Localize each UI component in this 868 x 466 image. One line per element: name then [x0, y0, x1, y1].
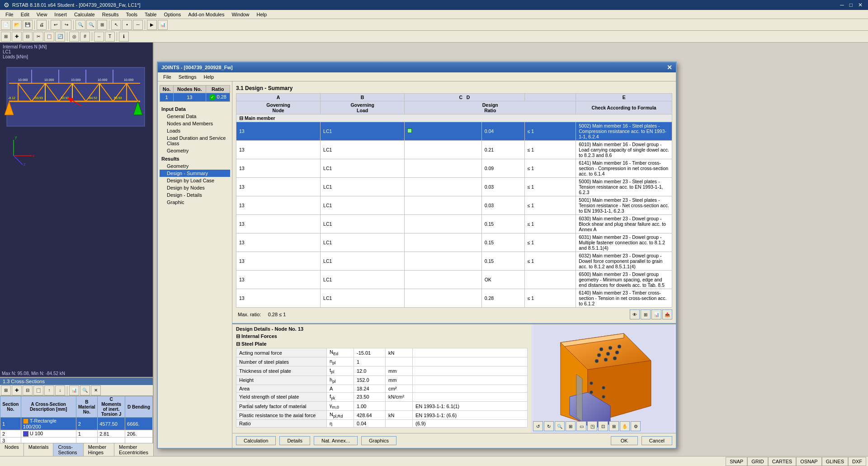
- cs-btn2[interactable]: ✚: [12, 385, 22, 395]
- cs-btn8[interactable]: 🔍: [80, 385, 90, 395]
- tb-save[interactable]: 💾: [23, 20, 33, 30]
- table-row-1[interactable]: 13 LC1 0.04 ≤ 1 5002) Main member 16 - S…: [236, 122, 672, 141]
- img-fit[interactable]: ⊞: [566, 421, 576, 431]
- graphics-btn[interactable]: Graphics: [361, 436, 396, 445]
- cs-btn7[interactable]: 📊: [69, 385, 79, 395]
- cs-row-1[interactable]: 1 T-Rectangle 100/200 2 4577.50 6666.: [0, 418, 153, 430]
- menu-table[interactable]: Table: [141, 11, 160, 18]
- tb-results[interactable]: 📊: [158, 20, 168, 30]
- menu-file[interactable]: File: [2, 11, 17, 18]
- tb-open[interactable]: 📂: [12, 20, 22, 30]
- tb2-info[interactable]: ℹ: [119, 32, 129, 42]
- table-row-6[interactable]: 13 LC1 0.15 ≤ 1 6030) Main member 23 - D…: [236, 215, 672, 233]
- tb-redo[interactable]: ↪: [61, 20, 71, 30]
- status-glines[interactable]: GLINES: [822, 457, 848, 466]
- tb-select[interactable]: ↖: [111, 20, 121, 30]
- status-dxf[interactable]: DXF: [848, 457, 866, 466]
- nav-geometry-result[interactable]: Geometry: [160, 162, 230, 170]
- tb-member[interactable]: ─: [133, 20, 143, 30]
- nav-general-data[interactable]: General Data: [160, 113, 230, 120]
- tb2-5[interactable]: 📋: [44, 32, 54, 42]
- tb-calc[interactable]: ▶: [147, 20, 157, 30]
- cs-row-2[interactable]: 2 U 100 1 2.81 206.: [0, 430, 153, 437]
- cs-btn1[interactable]: ⊞: [1, 385, 11, 395]
- tab-materials[interactable]: Materials: [24, 443, 54, 456]
- tb2-dim[interactable]: ↔: [94, 32, 104, 42]
- view-btn[interactable]: 👁: [630, 309, 640, 319]
- export-btn[interactable]: 📤: [662, 309, 672, 319]
- filter-btn[interactable]: ⊞: [641, 309, 651, 319]
- details-btn[interactable]: Details: [279, 436, 310, 445]
- img-zoom-in[interactable]: 🔍: [555, 421, 565, 431]
- img-view4[interactable]: ⊞: [609, 421, 619, 431]
- img-view2[interactable]: ◳: [587, 421, 597, 431]
- img-view1[interactable]: ▭: [576, 421, 586, 431]
- tb2-4[interactable]: ✂: [33, 32, 43, 42]
- table-row-7[interactable]: 13 LC1 0.15 ≤ 1 6031) Main member 23 - D…: [236, 233, 672, 252]
- tb-undo[interactable]: ↩: [51, 20, 61, 30]
- tb-print[interactable]: 🖨: [37, 20, 47, 30]
- menu-help[interactable]: Help: [253, 11, 271, 18]
- minimize-btn[interactable]: ─: [838, 2, 846, 8]
- tab-nodes[interactable]: Nodes: [0, 443, 24, 456]
- tb-zoom-out[interactable]: 🔍: [86, 20, 96, 30]
- nav-load-duration[interactable]: Load Duration and Service Class: [160, 134, 230, 147]
- cancel-btn[interactable]: Cancel: [642, 436, 672, 445]
- calculation-btn[interactable]: Calculation: [236, 436, 276, 445]
- tb2-grid[interactable]: #: [80, 32, 90, 42]
- cs-btn4[interactable]: 📋: [33, 385, 43, 395]
- img-rotate-left[interactable]: ↺: [533, 421, 543, 431]
- nav-design-load-case[interactable]: Design by Load Case: [160, 177, 230, 184]
- tb-node[interactable]: •: [122, 20, 132, 30]
- table-row-8[interactable]: 13 LC1 0.15 ≤ 1 6032) Main member 23 - D…: [236, 252, 672, 271]
- menu-insert[interactable]: Insert: [51, 11, 71, 18]
- tb-new[interactable]: 📄: [1, 20, 11, 30]
- nav-design-summary[interactable]: Design - Summary: [160, 170, 230, 177]
- tab-member-hinges[interactable]: Member Hinges: [84, 443, 114, 456]
- menu-calculate[interactable]: Calculate: [71, 11, 99, 18]
- menu-tools[interactable]: Tools: [122, 11, 141, 18]
- menu-window[interactable]: Window: [228, 11, 253, 18]
- img-rotate-right[interactable]: ↻: [544, 421, 554, 431]
- title-bar-controls[interactable]: ─ □ ✕: [838, 2, 864, 8]
- nat-annex-btn[interactable]: Nat. Annex...: [314, 436, 358, 445]
- status-grid[interactable]: GRID: [747, 457, 768, 466]
- table-row-3[interactable]: 13 LC1 0.09 ≤ 1 6141) Main member 16 - T…: [236, 159, 672, 178]
- menu-addon[interactable]: Add-on Modules: [184, 11, 228, 18]
- nav-design-nodes[interactable]: Design by Nodes: [160, 184, 230, 191]
- tb-fit[interactable]: ⊞: [97, 20, 107, 30]
- cs-btn6[interactable]: ↓: [55, 385, 65, 395]
- nav-design-details[interactable]: Design - Details: [160, 191, 230, 199]
- table-row-5[interactable]: 13 LC1 0.03 ≤ 1 5001) Main member 23 - S…: [236, 196, 672, 215]
- nav-graphic[interactable]: Graphic: [160, 199, 230, 206]
- status-cartes[interactable]: CARTES: [768, 457, 796, 466]
- img-settings[interactable]: ⚙: [631, 421, 641, 431]
- status-snap[interactable]: SNAP: [726, 457, 747, 466]
- cs-btn9[interactable]: ✕: [91, 385, 101, 395]
- tb2-text[interactable]: T: [105, 32, 115, 42]
- tab-cross-sections[interactable]: Cross-Sections: [53, 443, 83, 456]
- tb2-2[interactable]: ✚: [12, 32, 22, 42]
- nav-geometry-input[interactable]: Geometry: [160, 147, 230, 154]
- img-view3[interactable]: ⊡: [598, 421, 608, 431]
- cs-btn3[interactable]: ⊟: [23, 385, 33, 395]
- cs-btn5[interactable]: ↑: [44, 385, 54, 395]
- table-row-2[interactable]: 13 LC1 0.21 ≤ 1 6010) Main member 16 - D…: [236, 141, 672, 159]
- export-excel-btn[interactable]: 📊: [651, 309, 661, 319]
- dlg-menu-settings[interactable]: Settings: [175, 73, 200, 81]
- table-row-9[interactable]: 13 LC1 OK 6500) Main member 23 - Dowel g…: [236, 271, 672, 289]
- tb-zoom-in[interactable]: 🔍: [75, 20, 85, 30]
- menu-options[interactable]: Options: [160, 11, 184, 18]
- ok-btn[interactable]: OK: [611, 436, 638, 445]
- dialog-close-btn[interactable]: ✕: [667, 64, 672, 71]
- img-pan[interactable]: ✋: [620, 421, 630, 431]
- tb2-snap[interactable]: ◎: [69, 32, 79, 42]
- tb2-6[interactable]: 🔄: [55, 32, 65, 42]
- dlg-menu-file[interactable]: File: [160, 73, 175, 81]
- tab-member-eccentricities[interactable]: Member Eccentricities: [114, 443, 154, 456]
- table-row-10[interactable]: 13 LC1 0.28 ≤ 1 6140) Main member 23 - T…: [236, 289, 672, 308]
- tb2-3[interactable]: ⊟: [23, 32, 33, 42]
- tb2-1[interactable]: ⊞: [1, 32, 11, 42]
- menu-results[interactable]: Results: [99, 11, 123, 18]
- close-btn[interactable]: ✕: [856, 2, 864, 8]
